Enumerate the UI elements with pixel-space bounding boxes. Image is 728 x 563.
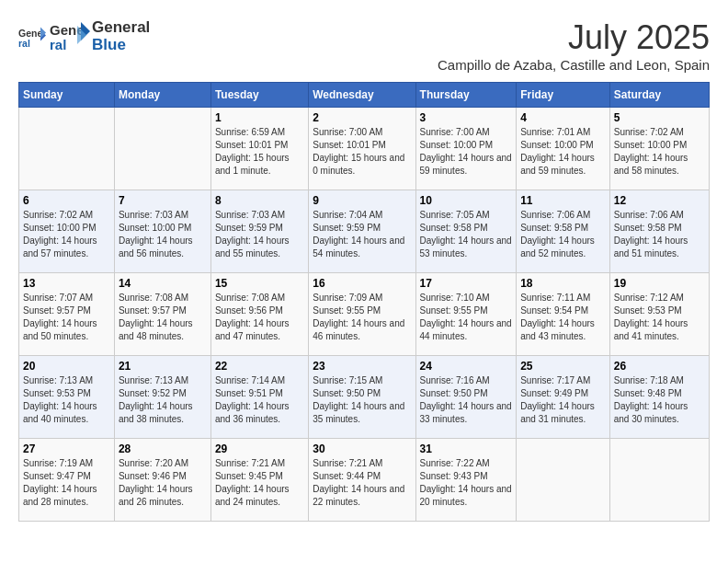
day-number: 10 (420, 194, 513, 207)
calendar-cell: 26Sunrise: 7:18 AMSunset: 9:48 PMDayligh… (609, 356, 709, 439)
day-detail: Sunrise: 7:15 AMSunset: 9:50 PMDaylight:… (313, 374, 411, 426)
title-block: July 2025 Campillo de Azaba, Castille an… (438, 18, 710, 73)
calendar-cell: 29Sunrise: 7:21 AMSunset: 9:45 PMDayligh… (210, 439, 308, 522)
calendar-cell: 31Sunrise: 7:22 AMSunset: 9:43 PMDayligh… (415, 439, 517, 522)
day-number: 27 (23, 442, 110, 455)
svg-text:ral: ral (50, 37, 66, 52)
day-detail: Sunrise: 7:21 AMSunset: 9:44 PMDaylight:… (313, 457, 411, 509)
day-number: 1 (215, 111, 304, 124)
calendar-cell: 30Sunrise: 7:21 AMSunset: 9:44 PMDayligh… (309, 439, 415, 522)
day-detail: Sunrise: 7:08 AMSunset: 9:57 PMDaylight:… (119, 292, 207, 343)
day-detail: Sunrise: 7:14 AMSunset: 9:51 PMDaylight:… (215, 374, 304, 426)
day-detail: Sunrise: 7:03 AMSunset: 10:00 PMDaylight… (119, 209, 207, 260)
day-detail: Sunrise: 7:17 AMSunset: 9:49 PMDaylight:… (520, 374, 606, 426)
calendar-table: SundayMondayTuesdayWednesdayThursdayFrid… (18, 82, 710, 522)
day-number: 6 (23, 194, 110, 207)
day-detail: Sunrise: 7:00 AMSunset: 10:00 PMDaylight… (420, 126, 513, 178)
calendar-cell: 6Sunrise: 7:02 AMSunset: 10:00 PMDayligh… (19, 190, 115, 273)
day-number: 11 (520, 194, 606, 207)
day-number: 12 (614, 194, 705, 207)
calendar-body: 1Sunrise: 6:59 AMSunset: 10:01 PMDayligh… (19, 108, 710, 522)
month-year: July 2025 (438, 18, 710, 57)
weekday-header-cell: Saturday (609, 83, 709, 108)
calendar-cell: 13Sunrise: 7:07 AMSunset: 9:57 PMDayligh… (19, 273, 115, 356)
logo-graphic: Gene ral (50, 18, 90, 55)
day-detail: Sunrise: 7:20 AMSunset: 9:46 PMDaylight:… (119, 457, 207, 509)
calendar-cell (19, 108, 115, 190)
day-detail: Sunrise: 7:01 AMSunset: 10:00 PMDaylight… (520, 126, 606, 178)
day-detail: Sunrise: 7:06 AMSunset: 9:58 PMDaylight:… (614, 209, 705, 260)
calendar-cell: 18Sunrise: 7:11 AMSunset: 9:54 PMDayligh… (517, 273, 610, 356)
day-detail: Sunrise: 7:06 AMSunset: 9:58 PMDaylight:… (520, 209, 606, 260)
day-detail: Sunrise: 7:16 AMSunset: 9:50 PMDaylight:… (420, 374, 513, 426)
day-detail: Sunrise: 7:02 AMSunset: 10:00 PMDaylight… (23, 209, 110, 260)
day-number: 7 (119, 194, 207, 207)
day-number: 17 (420, 277, 513, 290)
svg-text:ral: ral (18, 38, 30, 49)
calendar-cell: 7Sunrise: 7:03 AMSunset: 10:00 PMDayligh… (114, 190, 210, 273)
day-number: 19 (614, 277, 705, 290)
day-detail: Sunrise: 7:22 AMSunset: 9:43 PMDaylight:… (420, 457, 513, 509)
calendar-week-row: 13Sunrise: 7:07 AMSunset: 9:57 PMDayligh… (19, 273, 710, 356)
day-detail: Sunrise: 7:02 AMSunset: 10:00 PMDaylight… (614, 126, 705, 178)
calendar-cell: 11Sunrise: 7:06 AMSunset: 9:58 PMDayligh… (517, 190, 610, 273)
day-number: 29 (215, 442, 304, 455)
day-number: 25 (520, 360, 606, 373)
calendar-cell: 15Sunrise: 7:08 AMSunset: 9:56 PMDayligh… (210, 273, 308, 356)
calendar-week-row: 6Sunrise: 7:02 AMSunset: 10:00 PMDayligh… (19, 190, 710, 273)
day-number: 18 (520, 277, 606, 290)
calendar-cell: 2Sunrise: 7:00 AMSunset: 10:01 PMDayligh… (309, 108, 415, 190)
location: Campillo de Azaba, Castille and Leon, Sp… (438, 57, 710, 73)
day-number: 31 (420, 442, 513, 455)
calendar-cell: 3Sunrise: 7:00 AMSunset: 10:00 PMDayligh… (415, 108, 517, 190)
day-detail: Sunrise: 7:13 AMSunset: 9:52 PMDaylight:… (119, 374, 207, 426)
day-detail: Sunrise: 7:09 AMSunset: 9:55 PMDaylight:… (313, 292, 411, 343)
calendar-cell (609, 439, 709, 522)
day-detail: Sunrise: 7:10 AMSunset: 9:55 PMDaylight:… (420, 292, 513, 343)
calendar-cell: 16Sunrise: 7:09 AMSunset: 9:55 PMDayligh… (309, 273, 415, 356)
calendar-week-row: 20Sunrise: 7:13 AMSunset: 9:53 PMDayligh… (19, 356, 710, 439)
calendar-cell (517, 439, 610, 522)
day-number: 4 (520, 111, 606, 124)
day-detail: Sunrise: 7:08 AMSunset: 9:56 PMDaylight:… (215, 292, 304, 343)
weekday-header-cell: Monday (114, 83, 210, 108)
day-detail: Sunrise: 7:05 AMSunset: 9:58 PMDaylight:… (420, 209, 513, 260)
day-number: 15 (215, 277, 304, 290)
calendar-cell: 1Sunrise: 6:59 AMSunset: 10:01 PMDayligh… (210, 108, 308, 190)
day-number: 21 (119, 360, 207, 373)
calendar-cell: 9Sunrise: 7:04 AMSunset: 9:59 PMDaylight… (309, 190, 415, 273)
calendar-cell: 4Sunrise: 7:01 AMSunset: 10:00 PMDayligh… (517, 108, 610, 190)
day-number: 3 (420, 111, 513, 124)
day-detail: Sunrise: 7:07 AMSunset: 9:57 PMDaylight:… (23, 292, 110, 343)
day-number: 14 (119, 277, 207, 290)
calendar-week-row: 27Sunrise: 7:19 AMSunset: 9:47 PMDayligh… (19, 439, 710, 522)
calendar-cell: 14Sunrise: 7:08 AMSunset: 9:57 PMDayligh… (114, 273, 210, 356)
day-number: 26 (614, 360, 705, 373)
day-detail: Sunrise: 7:03 AMSunset: 9:59 PMDaylight:… (215, 209, 304, 260)
weekday-header-cell: Tuesday (210, 83, 308, 108)
calendar-cell: 12Sunrise: 7:06 AMSunset: 9:58 PMDayligh… (609, 190, 709, 273)
day-detail: Sunrise: 7:21 AMSunset: 9:45 PMDaylight:… (215, 457, 304, 509)
day-detail: Sunrise: 7:04 AMSunset: 9:59 PMDaylight:… (313, 209, 411, 260)
day-number: 8 (215, 194, 304, 207)
calendar-cell: 23Sunrise: 7:15 AMSunset: 9:50 PMDayligh… (309, 356, 415, 439)
calendar-cell: 8Sunrise: 7:03 AMSunset: 9:59 PMDaylight… (210, 190, 308, 273)
logo-line2: Blue (92, 37, 150, 54)
logo: Gene ral Gene ral General Blue (18, 18, 150, 55)
calendar-cell (114, 108, 210, 190)
day-detail: Sunrise: 6:59 AMSunset: 10:01 PMDaylight… (215, 126, 304, 178)
day-number: 9 (313, 194, 411, 207)
day-detail: Sunrise: 7:12 AMSunset: 9:53 PMDaylight:… (614, 292, 705, 343)
calendar-cell: 21Sunrise: 7:13 AMSunset: 9:52 PMDayligh… (114, 356, 210, 439)
weekday-header-cell: Friday (517, 83, 610, 108)
calendar-cell: 10Sunrise: 7:05 AMSunset: 9:58 PMDayligh… (415, 190, 517, 273)
day-number: 24 (420, 360, 513, 373)
day-number: 20 (23, 360, 110, 373)
logo-line1: General (92, 19, 150, 37)
day-detail: Sunrise: 7:13 AMSunset: 9:53 PMDaylight:… (23, 374, 110, 426)
logo-icon: Gene ral (18, 23, 46, 51)
weekday-header-row: SundayMondayTuesdayWednesdayThursdayFrid… (19, 83, 710, 108)
weekday-header-cell: Thursday (415, 83, 517, 108)
day-number: 23 (313, 360, 411, 373)
calendar-cell: 17Sunrise: 7:10 AMSunset: 9:55 PMDayligh… (415, 273, 517, 356)
